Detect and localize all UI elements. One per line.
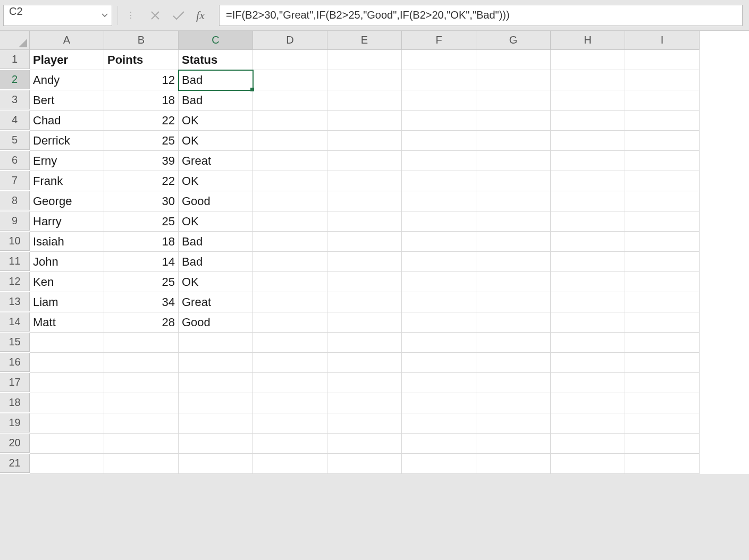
column-header-G[interactable]: G [476, 31, 551, 50]
row-header-2[interactable]: 2 [0, 70, 30, 89]
cell-C1[interactable]: Status [179, 50, 253, 70]
cell-C20[interactable] [179, 434, 253, 454]
cell-B21[interactable] [104, 454, 179, 474]
cell-G8[interactable] [476, 191, 551, 211]
row-header-5[interactable]: 5 [0, 131, 30, 150]
cell-A8[interactable]: George [30, 191, 104, 211]
cell-A15[interactable] [30, 333, 104, 353]
cell-C2[interactable]: Bad [179, 70, 253, 90]
cell-F15[interactable] [402, 333, 476, 353]
cell-C5[interactable]: OK [179, 131, 253, 151]
cell-C15[interactable] [179, 333, 253, 353]
cell-H2[interactable] [551, 70, 625, 90]
cell-E8[interactable] [327, 191, 402, 211]
cell-G5[interactable] [476, 131, 551, 151]
row-header-11[interactable]: 11 [0, 252, 30, 271]
cell-G15[interactable] [476, 333, 551, 353]
cell-I20[interactable] [625, 434, 700, 454]
cell-I3[interactable] [625, 90, 700, 111]
cell-D14[interactable] [253, 312, 327, 333]
cell-B13[interactable]: 34 [104, 292, 179, 312]
cell-D9[interactable] [253, 211, 327, 232]
row-header-17[interactable]: 17 [0, 373, 30, 392]
column-header-F[interactable]: F [402, 31, 476, 50]
cell-H21[interactable] [551, 454, 625, 474]
cell-E17[interactable] [327, 373, 402, 393]
cell-A6[interactable]: Erny [30, 151, 104, 171]
cell-H3[interactable] [551, 90, 625, 111]
cell-I11[interactable] [625, 252, 700, 272]
cell-G11[interactable] [476, 252, 551, 272]
cell-F6[interactable] [402, 151, 476, 171]
row-header-21[interactable]: 21 [0, 454, 30, 473]
cell-H8[interactable] [551, 191, 625, 211]
cell-D16[interactable] [253, 353, 327, 373]
cell-I2[interactable] [625, 70, 700, 90]
cell-H5[interactable] [551, 131, 625, 151]
cell-B10[interactable]: 18 [104, 232, 179, 252]
cell-A16[interactable] [30, 353, 104, 373]
cell-D13[interactable] [253, 292, 327, 312]
cell-C9[interactable]: OK [179, 211, 253, 232]
cell-I8[interactable] [625, 191, 700, 211]
cell-D15[interactable] [253, 333, 327, 353]
cell-I7[interactable] [625, 171, 700, 191]
cell-I18[interactable] [625, 393, 700, 413]
cell-A19[interactable] [30, 413, 104, 434]
cell-E21[interactable] [327, 454, 402, 474]
row-header-9[interactable]: 9 [0, 211, 30, 231]
cell-H11[interactable] [551, 252, 625, 272]
cell-A10[interactable]: Isaiah [30, 232, 104, 252]
cell-E16[interactable] [327, 353, 402, 373]
cell-C19[interactable] [179, 413, 253, 434]
column-header-I[interactable]: I [625, 31, 700, 50]
cell-B5[interactable]: 25 [104, 131, 179, 151]
cell-B6[interactable]: 39 [104, 151, 179, 171]
cell-H7[interactable] [551, 171, 625, 191]
cell-E2[interactable] [327, 70, 402, 90]
row-header-13[interactable]: 13 [0, 292, 30, 311]
cell-E7[interactable] [327, 171, 402, 191]
cell-C16[interactable] [179, 353, 253, 373]
cell-E1[interactable] [327, 50, 402, 70]
cell-G21[interactable] [476, 454, 551, 474]
cell-B4[interactable]: 22 [104, 111, 179, 131]
cell-D8[interactable] [253, 191, 327, 211]
cell-F8[interactable] [402, 191, 476, 211]
column-header-B[interactable]: B [104, 31, 179, 50]
cell-E10[interactable] [327, 232, 402, 252]
row-header-3[interactable]: 3 [0, 90, 30, 109]
cell-A13[interactable]: Liam [30, 292, 104, 312]
cell-G1[interactable] [476, 50, 551, 70]
row-header-6[interactable]: 6 [0, 151, 30, 170]
cell-A17[interactable] [30, 373, 104, 393]
cell-I10[interactable] [625, 232, 700, 252]
cell-A20[interactable] [30, 434, 104, 454]
row-header-12[interactable]: 12 [0, 272, 30, 291]
cell-B7[interactable]: 22 [104, 171, 179, 191]
row-header-4[interactable]: 4 [0, 111, 30, 130]
cell-F20[interactable] [402, 434, 476, 454]
cell-I15[interactable] [625, 333, 700, 353]
name-box[interactable]: C2 [4, 5, 98, 26]
cell-A14[interactable]: Matt [30, 312, 104, 333]
cell-D18[interactable] [253, 393, 327, 413]
cell-C7[interactable]: OK [179, 171, 253, 191]
cell-C11[interactable]: Bad [179, 252, 253, 272]
insert-function-button[interactable]: fx [190, 5, 214, 26]
cell-H1[interactable] [551, 50, 625, 70]
cell-E4[interactable] [327, 111, 402, 131]
cell-C14[interactable]: Good [179, 312, 253, 333]
cell-I14[interactable] [625, 312, 700, 333]
cell-D12[interactable] [253, 272, 327, 292]
cell-C4[interactable]: OK [179, 111, 253, 131]
row-header-16[interactable]: 16 [0, 353, 30, 372]
name-box-dropdown[interactable] [98, 5, 112, 26]
cell-D20[interactable] [253, 434, 327, 454]
cell-D7[interactable] [253, 171, 327, 191]
cell-G16[interactable] [476, 353, 551, 373]
cell-I1[interactable] [625, 50, 700, 70]
cell-B3[interactable]: 18 [104, 90, 179, 111]
cell-G17[interactable] [476, 373, 551, 393]
cell-A12[interactable]: Ken [30, 272, 104, 292]
